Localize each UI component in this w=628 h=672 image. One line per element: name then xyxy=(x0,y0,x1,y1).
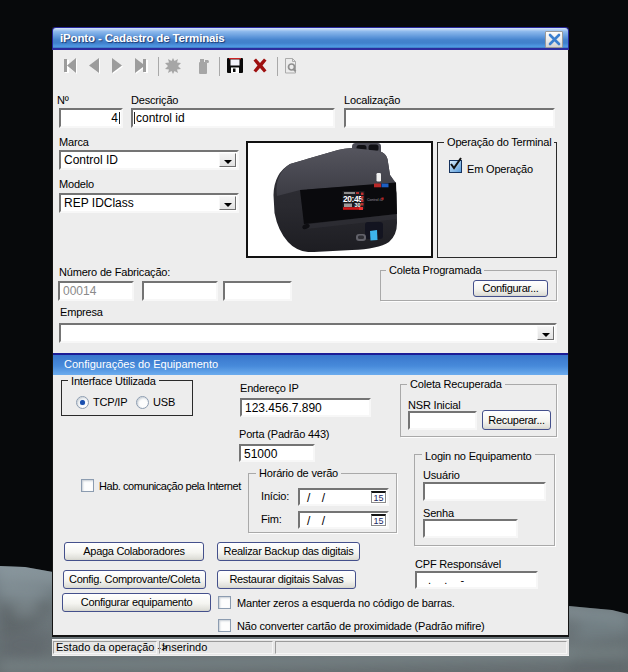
svg-text:30: 30 xyxy=(355,202,361,208)
svg-text:Control iD: Control iD xyxy=(367,198,383,202)
